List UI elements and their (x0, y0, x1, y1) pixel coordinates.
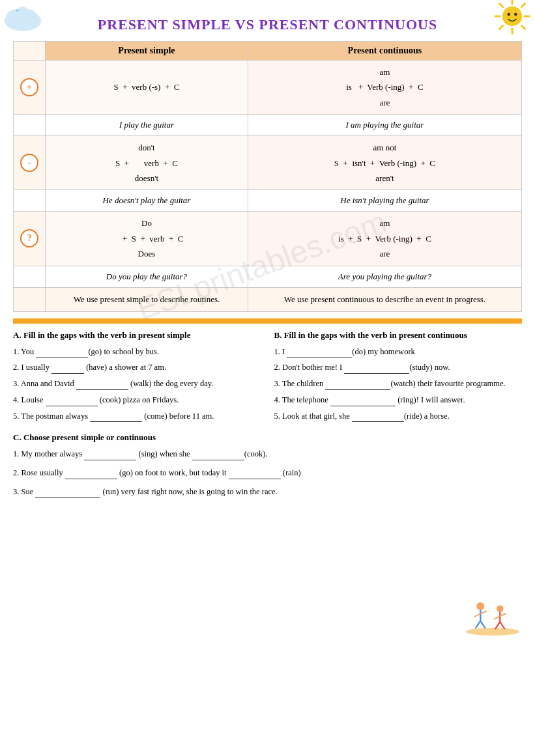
question-formula-row: ? Do + S + verb + CDoes amis + S + Verb … (14, 212, 522, 266)
svg-line-22 (474, 613, 481, 617)
exercise-a-item-5: 5. The postman always (come) before 11 a… (13, 410, 261, 423)
exercise-a: A. Fill in the gaps with the verb in pre… (13, 330, 261, 427)
negative-simple-example: He doesn't play the guitar (46, 190, 248, 212)
svg-point-18 (476, 602, 484, 610)
usage-row: We use present simple to describe routin… (14, 287, 522, 311)
blank-a1[interactable] (36, 348, 88, 357)
blank-b4[interactable] (330, 397, 396, 406)
question-sign: ? (14, 212, 46, 266)
page-title: PRESENT SIMPLE VS PRESENT CONTINUOUS (98, 10, 437, 33)
positive-sign: + (14, 61, 46, 115)
positive-example-row: I play the guitar I am playing the guita… (14, 115, 522, 136)
svg-line-20 (476, 621, 481, 628)
question-continuous-formula: amis + S + Verb (-ing) + Care (248, 212, 521, 266)
negative-continuous-formula: am notS + isn't + Verb (-ing) + Caren't (248, 136, 521, 190)
svg-point-24 (497, 606, 504, 613)
question-badge: ? (20, 229, 38, 247)
question-simple-example: Do you play the guitar? (46, 266, 248, 287)
exercise-b-item-3: 3. The children (watch) their favourite … (274, 378, 523, 390)
blank-c1b[interactable] (192, 451, 244, 460)
orange-divider (13, 318, 522, 324)
blank-b2[interactable] (344, 365, 409, 374)
negative-sign: - (14, 136, 46, 190)
negative-simple-formula: don'tS + verb + Cdoesn't (46, 136, 248, 190)
blank-a4[interactable] (46, 397, 98, 406)
negative-formula-row: - don'tS + verb + Cdoesn't am notS + isn… (14, 136, 522, 190)
blank-c2a[interactable] (65, 470, 117, 479)
question-continuous-example: Are you playing the guitar? (248, 266, 521, 287)
page-header: PRESENT SIMPLE VS PRESENT CONTINUOUS (13, 10, 522, 33)
blank-a5[interactable] (90, 413, 142, 422)
negative-example-row: He doesn't play the guitar He isn't play… (14, 190, 522, 212)
exercise-c-title: C. Choose present simple or continuous (13, 432, 522, 443)
blank-a2[interactable] (51, 365, 84, 374)
blank-c1a[interactable] (84, 451, 136, 460)
exercise-b: B. Fill in the gaps with the verb in pre… (274, 330, 523, 427)
svg-line-10 (500, 4, 503, 7)
svg-line-21 (480, 621, 485, 628)
exercise-c-item-2: 2. Rose usually (go) on foot to work, bu… (13, 467, 522, 479)
blank-b3[interactable] (325, 381, 390, 390)
positive-simple-formula: S + verb (-s) + C (46, 61, 248, 115)
question-example-row: Do you play the guitar? Are you playing … (14, 266, 522, 287)
runner-illustration (463, 593, 522, 639)
exercises-section: A. Fill in the gaps with the verb in pre… (13, 330, 522, 498)
exercise-b-item-2: 2. Don't bother me! I (study) now. (274, 361, 523, 374)
svg-line-12 (521, 4, 525, 7)
svg-line-28 (494, 616, 500, 619)
svg-line-11 (521, 25, 525, 29)
exercise-a-title: A. Fill in the gaps with the verb in pre… (13, 330, 261, 341)
svg-point-17 (466, 628, 520, 636)
svg-line-29 (500, 613, 506, 616)
grammar-table: Present simple Present continuous + S + … (13, 41, 522, 312)
positive-formula-row: + S + verb (-s) + C amis + Verb (-ing) +… (14, 61, 522, 115)
positive-simple-example: I play the guitar (46, 115, 248, 136)
exercise-a-item-2: 2. I usually (have) a shower at 7 am. (13, 361, 261, 374)
negative-continuous-example: He isn't playing the guitar (248, 190, 521, 212)
positive-continuous-formula: amis + Verb (-ing) + Care (248, 61, 521, 115)
blank-b5[interactable] (352, 413, 404, 422)
exercise-b-item-5: 5. Look at that girl, she (ride) a horse… (274, 410, 523, 423)
exercise-a-item-3: 3. Anna and David (walk) the dog every d… (13, 378, 261, 390)
positive-continuous-example: I am playing the guitar (248, 115, 521, 136)
usage-simple: We use present simple to describe routin… (46, 287, 248, 311)
exercise-c: C. Choose present simple or continuous 1… (13, 432, 522, 497)
exercise-b-title: B. Fill in the gaps with the verb in pre… (274, 330, 523, 341)
exercise-ab-section: A. Fill in the gaps with the verb in pre… (13, 330, 522, 427)
blank-c3[interactable] (35, 489, 100, 498)
blank-a3[interactable] (76, 381, 128, 390)
blank-c2b[interactable] (229, 470, 281, 479)
exercise-c-item-3: 3. Sue (run) very fast right now, she is… (13, 486, 522, 498)
exercise-a-item-4: 4. Louise (cook) pizza on Fridays. (13, 394, 261, 406)
question-simple-formula: Do + S + verb + CDoes (46, 212, 248, 266)
col-header-continuous: Present continuous (248, 42, 521, 61)
exercise-a-item-1: 1. You (go) to school by bus. (13, 346, 261, 358)
svg-line-23 (480, 611, 487, 614)
col-header-simple: Present simple (46, 42, 248, 61)
negative-badge: - (20, 154, 38, 172)
blank-b1[interactable] (287, 348, 352, 357)
exercise-c-item-1: 1. My mother always (sing) when she (coo… (13, 448, 522, 460)
exercise-b-item-4: 4. The telephone (ring)! I will answer. (274, 394, 523, 406)
exercise-b-item-1: 1. I (do) my homework (274, 346, 523, 358)
usage-continuous: We use present continuous to describe an… (248, 287, 521, 311)
positive-badge: + (20, 78, 38, 96)
